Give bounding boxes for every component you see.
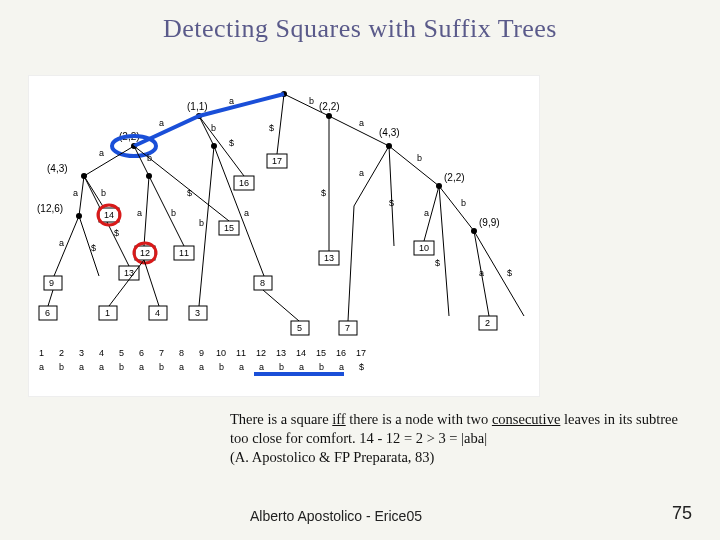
svg-line-68 <box>144 260 159 306</box>
svg-text:a: a <box>99 362 104 372</box>
svg-text:b: b <box>211 123 216 133</box>
svg-text:11: 11 <box>179 248 189 258</box>
svg-text:b: b <box>199 218 204 228</box>
svg-text:15: 15 <box>316 348 326 358</box>
svg-text:2: 2 <box>59 348 64 358</box>
svg-text:16: 16 <box>239 178 249 188</box>
svg-text:5: 5 <box>119 348 124 358</box>
svg-text:16: 16 <box>336 348 346 358</box>
svg-text:a: a <box>59 238 64 248</box>
svg-text:9: 9 <box>49 278 54 288</box>
svg-text:a: a <box>244 208 249 218</box>
theorem-mid: there is a node with two <box>346 411 492 427</box>
svg-text:a: a <box>179 362 184 372</box>
svg-line-102 <box>439 186 474 231</box>
svg-line-36 <box>79 176 84 216</box>
svg-text:b: b <box>279 362 284 372</box>
svg-text:13: 13 <box>324 253 334 263</box>
svg-text:7: 7 <box>159 348 164 358</box>
svg-line-94 <box>389 146 439 186</box>
footer-author: Alberto Apostolico - Erice05 <box>250 508 422 524</box>
svg-text:8: 8 <box>260 278 265 288</box>
theorem-cons: consecutive <box>492 411 560 427</box>
svg-text:9: 9 <box>199 348 204 358</box>
svg-text:a: a <box>139 362 144 372</box>
svg-text:14: 14 <box>296 348 306 358</box>
svg-text:a: a <box>299 362 304 372</box>
svg-text:b: b <box>59 362 64 372</box>
svg-line-49 <box>54 216 79 276</box>
svg-text:12: 12 <box>256 348 266 358</box>
svg-line-96 <box>389 146 394 246</box>
svg-line-58 <box>144 176 149 246</box>
svg-line-75 <box>214 146 264 276</box>
svg-text:$: $ <box>389 198 394 208</box>
svg-text:6: 6 <box>45 308 50 318</box>
svg-text:$: $ <box>359 362 364 372</box>
svg-text:(1,1): (1,1) <box>187 101 208 112</box>
svg-text:(9,9): (9,9) <box>479 217 500 228</box>
svg-text:a: a <box>259 362 264 372</box>
svg-text:b: b <box>309 96 314 106</box>
svg-text:a: a <box>339 362 344 372</box>
svg-line-17 <box>199 116 244 176</box>
svg-text:a: a <box>39 362 44 372</box>
svg-text:17: 17 <box>272 156 282 166</box>
theorem-pre: There is a square <box>230 411 332 427</box>
svg-text:a: a <box>199 362 204 372</box>
svg-text:4: 4 <box>155 308 160 318</box>
suffix-tree-diagram: .ln { stroke:#000; stroke-width:1; fill:… <box>28 75 540 397</box>
svg-line-81 <box>263 290 299 321</box>
svg-text:a: a <box>359 168 364 178</box>
svg-text:b: b <box>461 198 466 208</box>
svg-text:12: 12 <box>140 248 150 258</box>
svg-text:b: b <box>101 188 106 198</box>
svg-text:a: a <box>159 118 164 128</box>
svg-text:15: 15 <box>224 223 234 233</box>
svg-text:a: a <box>229 96 234 106</box>
svg-text:$: $ <box>507 268 512 278</box>
svg-line-118 <box>348 206 354 321</box>
svg-text:$: $ <box>269 123 274 133</box>
svg-text:5: 5 <box>297 323 302 333</box>
svg-text:$: $ <box>114 228 119 238</box>
svg-text:1: 1 <box>39 348 44 358</box>
svg-text:3: 3 <box>79 348 84 358</box>
svg-text:a: a <box>73 188 78 198</box>
svg-text:a: a <box>359 118 364 128</box>
svg-text:4: 4 <box>99 348 104 358</box>
svg-line-5 <box>277 94 284 154</box>
svg-text:a: a <box>137 208 142 218</box>
svg-text:b: b <box>171 208 176 218</box>
svg-text:b: b <box>219 362 224 372</box>
svg-text:10: 10 <box>419 243 429 253</box>
svg-text:17: 17 <box>356 348 366 358</box>
svg-text:1: 1 <box>105 308 110 318</box>
svg-text:a: a <box>239 362 244 372</box>
svg-text:a: a <box>79 362 84 372</box>
svg-text:2: 2 <box>485 318 490 328</box>
svg-text:7: 7 <box>345 323 350 333</box>
svg-text:a: a <box>479 268 484 278</box>
svg-text:$: $ <box>435 258 440 268</box>
svg-text:(4,3): (4,3) <box>47 163 68 174</box>
svg-text:(2,2): (2,2) <box>319 101 340 112</box>
svg-text:$: $ <box>91 243 96 253</box>
svg-text:$: $ <box>321 188 326 198</box>
page-title: Detecting Squares with Suffix Trees <box>0 0 720 44</box>
svg-text:b: b <box>119 362 124 372</box>
svg-text:8: 8 <box>179 348 184 358</box>
svg-text:a: a <box>99 148 104 158</box>
svg-text:b: b <box>319 362 324 372</box>
svg-text:(2,2): (2,2) <box>444 172 465 183</box>
svg-text:b: b <box>417 153 422 163</box>
svg-text:13: 13 <box>124 268 134 278</box>
svg-text:(4,3): (4,3) <box>379 127 400 138</box>
svg-text:(12,6): (12,6) <box>37 203 63 214</box>
svg-line-104 <box>439 186 449 316</box>
theorem-iff: iff <box>332 411 345 427</box>
svg-text:11: 11 <box>236 348 246 358</box>
theorem-text: There is a square iff there is a node wi… <box>230 410 680 467</box>
svg-text:10: 10 <box>216 348 226 358</box>
svg-line-60 <box>149 176 184 246</box>
